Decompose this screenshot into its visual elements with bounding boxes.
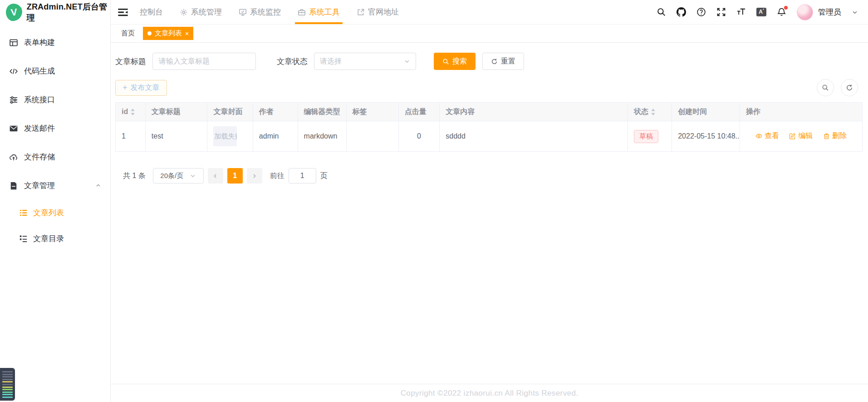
sort-icon[interactable] (130, 108, 135, 116)
sidebar-item-label: 表单构建 (24, 37, 55, 48)
col-status[interactable]: 状态 (628, 103, 672, 121)
sidebar-item-system-api[interactable]: 系统接口 (0, 85, 110, 114)
sidebar-item-label: 系统接口 (24, 94, 55, 105)
top-menu-label: 官网地址 (368, 7, 399, 17)
article-table: id 文章标题 文章封面 作者 编辑器类型 标签 点击量 文章内容 状态 创建时… (115, 102, 863, 152)
table-quick-actions (817, 79, 858, 96)
cell-clicks: 0 (398, 121, 440, 152)
help-icon[interactable] (696, 7, 706, 17)
publish-article-button[interactable]: + 发布文章 (115, 80, 167, 96)
refresh-icon (491, 58, 498, 65)
col-content: 文章内容 (440, 103, 628, 121)
cell-created: 2022-05-15 10:48... (672, 121, 740, 152)
col-id[interactable]: id (116, 103, 146, 121)
status-filter-select[interactable]: 请选择 (314, 53, 416, 70)
page-size-select[interactable]: 20条/页 (153, 168, 204, 184)
top-menu-official-site[interactable]: 官网地址 (357, 0, 399, 24)
app-logo: V (5, 3, 23, 22)
pagination-total: 共 1 条 (123, 171, 146, 181)
main-content: 文章标题 文章状态 请选择 搜索 重置 + 发布文章 (111, 43, 868, 402)
sidebar-item-send-mail[interactable]: 发送邮件 (0, 114, 110, 143)
col-author: 作者 (253, 103, 298, 121)
external-link-icon (357, 8, 365, 16)
refresh-icon (846, 84, 853, 91)
sidebar-item-file-storage[interactable]: 文件存储 (0, 143, 110, 171)
table-header-row: id 文章标题 文章封面 作者 编辑器类型 标签 点击量 文章内容 状态 创建时… (116, 103, 863, 121)
sidebar-item-code-gen[interactable]: 代码生成 (0, 57, 110, 85)
select-placeholder: 请选择 (320, 57, 342, 66)
col-created: 创建时间 (672, 103, 740, 121)
pagination: 共 1 条 20条/页 1 前往 页 (115, 168, 863, 184)
cell-editor-type: markdown (298, 121, 346, 152)
chevron-down-icon (190, 173, 196, 179)
broken-image-placeholder: 加载失败 (213, 126, 237, 146)
tab-close-icon[interactable]: × (185, 30, 189, 37)
trash-icon (823, 133, 830, 139)
user-name[interactable]: 管理员 (818, 7, 841, 17)
show-search-button[interactable] (817, 79, 834, 96)
top-menu-system-manage[interactable]: 系统管理 (180, 0, 222, 24)
cell-author: admin (253, 121, 298, 152)
search-button[interactable]: 搜索 (434, 53, 476, 70)
github-icon[interactable] (677, 7, 686, 17)
sidebar-item-article-list[interactable]: 文章列表 (0, 200, 110, 226)
chevron-down-icon[interactable] (852, 9, 858, 15)
top-menu-system-tools[interactable]: 系统工具 (298, 0, 340, 24)
top-menu-label: 控制台 (140, 7, 163, 17)
sidebar-collapse-icon[interactable] (117, 6, 129, 18)
app-title: ZRAdmin.NET后台管理 (27, 1, 110, 23)
cell-cover: 加载失败 (207, 121, 253, 152)
cell-id: 1 (116, 121, 146, 152)
sidebar-item-form-builder[interactable]: 表单构建 (0, 28, 110, 57)
search-icon[interactable] (657, 7, 666, 17)
navbar-actions: Aᶻ 管理员 (657, 4, 858, 20)
title-filter-input[interactable] (152, 53, 256, 70)
cloud-upload-icon (9, 153, 18, 162)
plus-icon: + (123, 84, 128, 92)
col-clicks: 点击量 (398, 103, 440, 121)
app-logo-row[interactable]: V ZRAdmin.NET后台管理 (0, 0, 110, 25)
cell-operations: 查看 编辑 删除 (740, 121, 862, 152)
goto-label: 前往 (270, 171, 284, 181)
edit-button[interactable]: 编辑 (789, 131, 813, 141)
notifications-button[interactable] (777, 7, 786, 17)
view-button[interactable]: 查看 (755, 131, 779, 141)
tab-article-list[interactable]: 文章列表 × (143, 27, 193, 40)
edit-icon (789, 133, 796, 139)
active-dot-icon (147, 31, 152, 35)
font-size-icon[interactable] (736, 7, 746, 17)
sidebar-item-article-manage[interactable]: 文章管理 (0, 171, 110, 200)
table-row: 1 test 加载失败 admin markdown 0 sdddd 草稿 20… (116, 121, 863, 152)
delete-button[interactable]: 删除 (823, 131, 847, 141)
prev-page-button[interactable] (208, 168, 223, 184)
cell-tags (346, 121, 398, 152)
top-menu-system-monitor[interactable]: 系统监控 (239, 0, 281, 24)
monitor-icon (239, 8, 247, 16)
page-unit-label: 页 (320, 171, 328, 181)
reset-button[interactable]: 重置 (482, 53, 524, 70)
sidebar-menu: 表单构建 代码生成 系统接口 发送邮件 文件存储 文章管理 文章列表 (0, 25, 110, 252)
list-icon (19, 208, 28, 217)
sidebar-item-label: 发送邮件 (24, 123, 55, 134)
sidebar-item-label: 文章列表 (33, 208, 64, 218)
sort-icon[interactable] (651, 108, 656, 116)
top-menu-label: 系统管理 (191, 7, 222, 17)
top-menu-dashboard[interactable]: 控制台 (140, 0, 163, 24)
top-menu-label: 系统工具 (309, 7, 340, 17)
refresh-table-button[interactable] (841, 79, 858, 96)
tab-home[interactable]: 首页 (118, 27, 137, 40)
status-badge: 草稿 (634, 130, 658, 143)
goto-page-input[interactable] (289, 168, 316, 184)
page-number-active[interactable]: 1 (227, 168, 243, 184)
document-icon (9, 181, 18, 190)
language-icon[interactable]: Aᶻ (756, 8, 766, 16)
cell-status: 草稿 (628, 121, 672, 152)
search-icon (822, 84, 829, 91)
sidebar-item-article-catalog[interactable]: 文章目录 (0, 226, 110, 252)
devtools-mini-widget[interactable] (0, 368, 15, 401)
next-page-button[interactable] (247, 168, 262, 184)
filter-form: 文章标题 文章状态 请选择 搜索 重置 (115, 53, 863, 70)
fullscreen-icon[interactable] (716, 7, 726, 17)
search-icon (442, 58, 449, 65)
avatar[interactable] (797, 4, 813, 20)
